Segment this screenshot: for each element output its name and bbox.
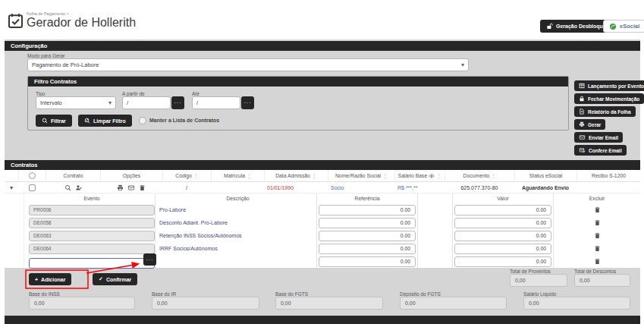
valor-input[interactable] [454, 231, 551, 241]
filtrar-button[interactable]: Filtrar [36, 115, 72, 127]
sort-icon[interactable]: ⋮ [312, 173, 317, 179]
lancamento-por-evento-button[interactable]: Lançamento por Evento [574, 80, 644, 91]
col-matricula[interactable]: Matrícula⋮ [211, 170, 264, 181]
base-inss-label: Base do INSS [29, 291, 60, 297]
col-salario-base[interactable]: Salário Base⋮ [394, 170, 445, 181]
evento-picker-button[interactable]: ··· [143, 253, 156, 266]
contrato-row[interactable]: ▾ / 01/01/1990 Sócio R$ ***,** 625.077.3… [5, 182, 640, 193]
referencia-input[interactable] [319, 256, 416, 267]
referencia-input[interactable] [319, 231, 416, 241]
detail-gutter [5, 229, 24, 242]
fechar-movimentacao-button[interactable]: Fechar Movimentação [574, 93, 644, 104]
evento-code-input[interactable] [29, 244, 155, 254]
col-descricao: Descrição [155, 193, 316, 203]
sort-icon[interactable]: ⋮ [382, 173, 388, 179]
col-codigo[interactable]: Código⋮ [162, 170, 211, 181]
total-descontos-label: Total de Descontos [574, 269, 616, 274]
relatorio-label: Relatório da Folha [588, 109, 631, 115]
row-contrato-actions [46, 182, 100, 193]
evento-code-input[interactable] [29, 218, 155, 228]
envelope-icon [579, 134, 586, 140]
trash-icon[interactable] [139, 184, 146, 191]
evento-descricao: IRRF Sócios/Autônomos [155, 242, 316, 255]
gerar-button[interactable]: Gerar [574, 119, 605, 130]
detail-spacer [417, 193, 452, 203]
contratos-section-bar[interactable]: Contratos [5, 160, 640, 170]
bottom-section-bar[interactable] [5, 316, 640, 324]
col-opcoes[interactable]: Opções [100, 170, 162, 181]
printer-icon[interactable] [117, 184, 124, 191]
evento-code-input[interactable] [29, 231, 155, 241]
evento-code-input-focused[interactable] [29, 258, 155, 269]
limpar-filtro-button[interactable]: Limpar Filtro [78, 115, 132, 127]
envelope-check-icon [579, 147, 586, 153]
total-proventos-label: Total de Proventos [510, 269, 551, 274]
ate-picker-button[interactable]: ··· [241, 96, 254, 109]
col-data-admissao[interactable]: Data Admissão⋮ [264, 170, 328, 181]
trash-icon[interactable] [594, 245, 601, 252]
lock-icon [579, 96, 585, 102]
contratos-table-header: Contrato Opções Código⋮ Matrícula⋮ Data … [5, 170, 640, 182]
trash-icon[interactable] [594, 258, 601, 265]
eventos-header: Evento Descrição Referência Valor Exclui… [5, 193, 640, 203]
search-icon[interactable] [64, 184, 71, 191]
select-all-header[interactable] [18, 170, 46, 181]
a-partir-de-picker-button[interactable]: ··· [171, 96, 184, 109]
col-recibo-s1200[interactable]: Recibo S-1200 [576, 170, 640, 181]
deposito-fgts-field: 0,00 [400, 297, 507, 310]
check-icon: ✓ [99, 276, 103, 282]
evento-row: Retenção INSS Sócios/Autônomos [5, 229, 640, 242]
col-contrato[interactable]: Contrato [46, 170, 100, 181]
confirmar-button[interactable]: ✓ Confirmar [93, 273, 137, 285]
select-all-circle-icon[interactable] [29, 172, 36, 179]
sort-icon[interactable]: ⋮ [436, 173, 441, 179]
col-nome-razao-social[interactable]: Nome/Razão Social⋮ [328, 170, 394, 181]
envelope-icon[interactable] [127, 184, 135, 191]
row-matricula [211, 182, 264, 193]
sort-icon[interactable]: ⋮ [491, 173, 496, 179]
evento-code-input[interactable] [29, 205, 155, 215]
user-edit-icon[interactable] [75, 184, 82, 191]
sort-icon[interactable]: ⋮ [193, 173, 199, 179]
manter-lista-toggle[interactable] [139, 117, 146, 124]
trash-icon[interactable] [594, 219, 601, 226]
trash-icon[interactable] [594, 206, 601, 213]
row-expand-caret-icon[interactable]: ▾ [5, 182, 18, 193]
tipo-select[interactable]: Intervalo ▾ [36, 96, 116, 109]
modo-para-gerar-select[interactable]: Pagamento de Pró-Labore ▾ [27, 58, 469, 71]
eye-icon[interactable] [429, 173, 435, 179]
col-excluir: Excluir [553, 193, 640, 203]
relatorio-da-folha-button[interactable]: Relatório da Folha [574, 106, 636, 117]
salario-liquido-label: Salário Líquido [523, 291, 556, 297]
row-nome-razao-social[interactable]: Sócio [328, 182, 394, 193]
evento-descricao: Retenção INSS Sócios/Autônomos [155, 229, 316, 242]
valor-input[interactable] [454, 244, 551, 254]
base-fgts-label: Base do FGTS [275, 291, 308, 297]
col-documento[interactable]: Documento⋮ [445, 170, 514, 181]
unlock-icon [546, 23, 553, 30]
a-partir-de-input[interactable] [122, 96, 171, 109]
trash-icon[interactable] [594, 232, 601, 239]
adicionar-button[interactable]: + Adicionar [29, 273, 71, 285]
valor-input[interactable] [454, 218, 551, 228]
base-ir-field: 0,00 [152, 297, 259, 310]
enviar-email-button[interactable]: Enviar Email [574, 132, 623, 143]
sort-icon[interactable]: ⋮ [247, 173, 252, 179]
col-status-esocial[interactable]: Status eSocial [514, 170, 576, 181]
filtro-bar-label: Filtro Contratos [34, 78, 77, 85]
referencia-input[interactable] [319, 244, 416, 254]
row-select[interactable] [18, 182, 46, 193]
configuracao-section-bar[interactable]: Configuração [5, 41, 640, 51]
esocial-button[interactable]: eSocial [603, 20, 644, 33]
manter-lista-label: Manter a Lista de Contratos [149, 118, 219, 123]
referencia-input[interactable] [319, 205, 416, 215]
ate-input[interactable] [192, 96, 240, 109]
confere-email-button[interactable]: Confere Email [574, 145, 627, 156]
file-icon [579, 109, 585, 115]
limpar-filtro-label: Limpar Filtro [93, 118, 126, 124]
valor-input[interactable] [454, 256, 551, 267]
row-checkbox[interactable] [29, 184, 36, 191]
referencia-input[interactable] [319, 218, 416, 228]
valor-input[interactable] [454, 205, 551, 215]
detail-gutter [5, 203, 24, 216]
